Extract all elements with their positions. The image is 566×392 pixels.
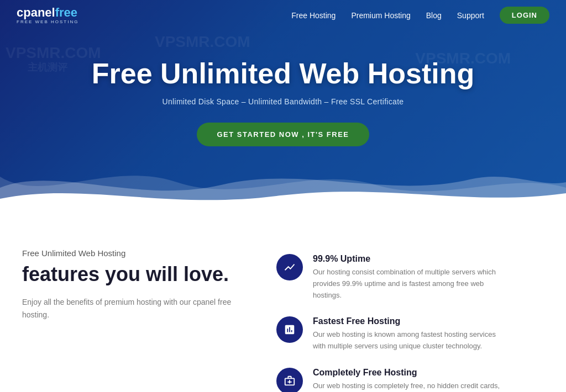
fastest-icon-bg bbox=[276, 316, 303, 343]
feature-fastest: Fastest Free Hosting Our web hosting is … bbox=[276, 316, 544, 352]
logo-text: cpanelfree bbox=[17, 6, 78, 19]
logo[interactable]: cpanelfree FREE WEB HOSTING bbox=[17, 6, 78, 24]
fastest-text: Fastest Free Hosting Our web hosting is … bbox=[313, 316, 501, 352]
features-description: Enjoy all the benefits of premium hostin… bbox=[22, 296, 243, 321]
uptime-text: 99.9% Uptime Our hosting consist combina… bbox=[313, 254, 501, 301]
uptime-description: Our hosting consist combination of multi… bbox=[313, 267, 501, 301]
nav-premium-hosting[interactable]: Premium Hosting bbox=[351, 11, 410, 20]
fastest-description: Our web hosting is known among fastest h… bbox=[313, 329, 501, 352]
uptime-title: 99.9% Uptime bbox=[313, 254, 501, 264]
hero-section: VPSMR.COM 主机测评 VPSMR.COM VPSMR.COM Free … bbox=[0, 0, 566, 215]
login-button[interactable]: LOGIN bbox=[500, 7, 549, 24]
free-text: Completely Free Hosting Our web hosting … bbox=[313, 368, 501, 392]
free-icon bbox=[284, 375, 296, 387]
features-tag: Free Unlimited Web Hosting bbox=[22, 248, 243, 258]
feature-free: Completely Free Hosting Our web hosting … bbox=[276, 368, 544, 392]
uptime-icon bbox=[284, 261, 296, 273]
hero-cta-button[interactable]: GET STARTED NOW , IT'S FREE bbox=[197, 123, 369, 146]
features-left: Free Unlimited Web Hosting features you … bbox=[22, 248, 243, 392]
nav-free-hosting[interactable]: Free Hosting bbox=[291, 11, 336, 20]
nav-blog[interactable]: Blog bbox=[426, 11, 442, 20]
free-description: Our web hosting is completely free, no h… bbox=[313, 380, 501, 392]
nav-support[interactable]: Support bbox=[457, 11, 484, 20]
fastest-icon bbox=[284, 324, 296, 336]
navbar: cpanelfree FREE WEB HOSTING Free Hosting… bbox=[0, 0, 566, 30]
nav-links: Free Hosting Premium Hosting Blog Suppor… bbox=[291, 7, 549, 24]
features-section: Free Unlimited Web Hosting features you … bbox=[0, 215, 566, 392]
features-right: 99.9% Uptime Our hosting consist combina… bbox=[276, 248, 544, 392]
logo-subtitle: FREE WEB HOSTING bbox=[17, 19, 78, 24]
free-title: Completely Free Hosting bbox=[313, 368, 501, 378]
features-heading: features you will love. bbox=[22, 262, 243, 286]
hero-content: Free Unlimited Web Hosting Unlimited Dis… bbox=[81, 58, 485, 146]
uptime-icon-bg bbox=[276, 254, 303, 280]
hero-wave bbox=[0, 155, 566, 215]
feature-uptime: 99.9% Uptime Our hosting consist combina… bbox=[276, 254, 544, 301]
fastest-title: Fastest Free Hosting bbox=[313, 316, 501, 326]
hero-subtitle: Unlimited Disk Space – Unlimited Bandwid… bbox=[92, 97, 474, 106]
free-icon-bg bbox=[276, 368, 303, 392]
hero-title: Free Unlimited Web Hosting bbox=[92, 58, 474, 89]
